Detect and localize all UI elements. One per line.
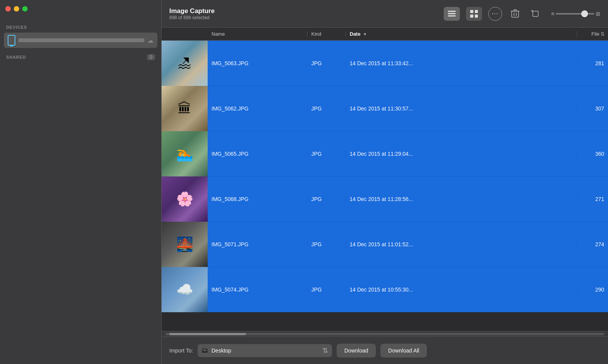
stepper-icon: ⇅ — [322, 346, 328, 355]
file-kind: JPG — [307, 60, 346, 66]
col-size-header[interactable]: File S — [577, 31, 608, 37]
file-name: IMG_5065.JPG — [208, 151, 307, 157]
file-name: IMG_5074.JPG — [208, 287, 307, 293]
thumbnail-3 — [162, 176, 208, 222]
svg-rect-4 — [475, 10, 478, 13]
file-size: 274 — [577, 241, 608, 247]
table-row[interactable]: IMG_5062.JPGJPG14 Dec 2015 at 11:30:57..… — [162, 86, 608, 131]
file-date: 14 Dec 2015 at 10:55:30... — [346, 287, 577, 293]
thumbnail-5 — [162, 267, 208, 312]
main-content: Image Capture 898 of 898 selected ··· — [161, 0, 608, 364]
app-title: Image Capture — [169, 7, 215, 15]
titlebar: Image Capture 898 of 898 selected ··· — [162, 0, 608, 28]
file-size: 360 — [577, 151, 608, 157]
import-label: Import To: — [169, 348, 193, 354]
maximize-button[interactable] — [22, 6, 28, 12]
minimize-button[interactable] — [14, 6, 19, 12]
folder-icon: 🗂 — [202, 346, 208, 354]
device-icon — [8, 35, 15, 46]
sort-arrow-icon: ▼ — [363, 32, 367, 36]
thumbnail-2 — [162, 131, 208, 176]
file-name: IMG_5062.JPG — [208, 105, 307, 112]
svg-rect-1 — [448, 13, 456, 14]
thumbnail-1 — [162, 86, 208, 131]
bottom-bar: Import To: 🗂 Desktop ⇅ Download Download… — [162, 336, 608, 364]
file-kind: JPG — [307, 241, 346, 247]
h-scrollbar-track — [165, 333, 604, 335]
col-date-header[interactable]: Date ▼ — [346, 31, 577, 37]
delete-button[interactable] — [508, 7, 522, 21]
download-all-button[interactable]: Download All — [380, 344, 427, 357]
shared-label: SHARED — [6, 55, 26, 59]
col-kind-header[interactable]: Kind — [307, 31, 346, 37]
table-row[interactable]: IMG_5065.JPGJPG14 Dec 2015 at 11:29:04..… — [162, 131, 608, 176]
file-kind: JPG — [307, 151, 346, 157]
table-row[interactable]: IMG_5071.JPGJPG14 Dec 2015 at 11:01:52..… — [162, 222, 608, 267]
list-view-button[interactable] — [444, 7, 460, 21]
svg-rect-5 — [470, 15, 473, 18]
file-name: IMG_5068.JPG — [208, 196, 307, 202]
rotate-button[interactable] — [528, 7, 542, 21]
file-date: 14 Dec 2015 at 11:29:04... — [346, 151, 577, 157]
device-name — [18, 38, 144, 42]
file-date: 14 Dec 2015 at 11:30:57... — [346, 105, 577, 112]
file-kind: JPG — [307, 105, 346, 112]
file-size: 271 — [577, 196, 608, 202]
file-date: 14 Dec 2015 at 11:01:52... — [346, 241, 577, 247]
col-name-header[interactable]: Name — [208, 31, 307, 37]
file-name: IMG_5063.JPG — [208, 60, 307, 66]
svg-rect-7 — [512, 11, 519, 17]
sidebar: DEVICES ☁ SHARED 0 — [0, 0, 161, 364]
devices-label: DEVICES — [0, 21, 161, 32]
file-kind: JPG — [307, 287, 346, 293]
table-row[interactable]: IMG_5063.JPGJPG14 Dec 2015 at 11:33:42..… — [162, 41, 608, 86]
thumbnail-0 — [162, 41, 208, 86]
file-date: 14 Dec 2015 at 11:28:56... — [346, 196, 577, 202]
traffic-lights — [5, 6, 28, 12]
thumbnail-4 — [162, 222, 208, 267]
main-content-area: Name Kind Date ▼ File S IMG_5063.JPGJPG1… — [162, 28, 608, 364]
horizontal-scrollbar[interactable] — [162, 331, 608, 336]
table-row[interactable]: IMG_5068.JPGJPG14 Dec 2015 at 11:28:56..… — [162, 176, 608, 222]
file-name: IMG_5071.JPG — [208, 241, 307, 247]
file-size: 307 — [577, 105, 608, 112]
sidebar-item-device[interactable]: ☁ — [4, 33, 157, 48]
svg-rect-14 — [533, 11, 538, 16]
zoom-slider[interactable]: ⊞ ⊞ — [551, 11, 600, 17]
destination-text: Desktop — [211, 348, 319, 354]
shared-row: SHARED 0 — [0, 49, 161, 63]
svg-rect-3 — [470, 10, 473, 13]
file-date: 14 Dec 2015 at 11:33:42... — [346, 60, 577, 66]
file-kind: JPG — [307, 196, 346, 202]
column-headers: Name Kind Date ▼ File S — [162, 28, 608, 41]
file-size: 281 — [577, 60, 608, 66]
app-title-block: Image Capture 898 of 898 selected — [169, 7, 215, 20]
grid-view-button[interactable] — [466, 7, 482, 21]
app-subtitle: 898 of 898 selected — [169, 15, 215, 20]
download-button[interactable]: Download — [337, 344, 376, 357]
svg-rect-2 — [448, 15, 456, 16]
cloud-icon: ☁ — [147, 37, 154, 44]
svg-rect-6 — [475, 15, 478, 18]
table-row[interactable]: IMG_5074.JPGJPG14 Dec 2015 at 10:55:30..… — [162, 267, 608, 312]
more-options-button[interactable]: ··· — [488, 7, 502, 21]
svg-rect-0 — [448, 11, 456, 12]
close-button[interactable] — [5, 6, 11, 12]
import-destination[interactable]: 🗂 Desktop ⇅ — [198, 344, 332, 357]
shared-count-badge: 0 — [147, 54, 155, 60]
h-scrollbar-thumb — [169, 333, 246, 335]
file-list: IMG_5063.JPGJPG14 Dec 2015 at 11:33:42..… — [162, 41, 608, 331]
file-size: 290 — [577, 287, 608, 293]
